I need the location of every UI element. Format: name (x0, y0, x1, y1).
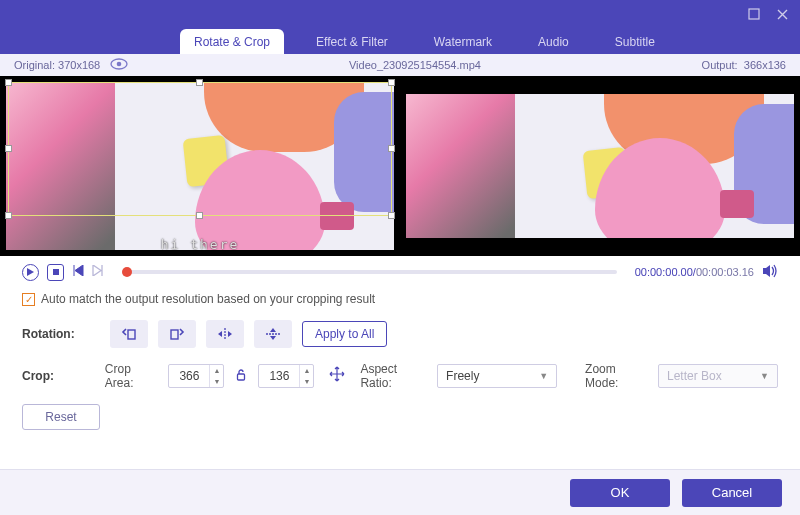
tab-audio[interactable]: Audio (524, 29, 583, 54)
aspect-ratio-label: Aspect Ratio: (360, 362, 427, 390)
original-value: 370x168 (58, 59, 100, 71)
crop-position-icon[interactable] (324, 365, 350, 387)
aspect-ratio-select[interactable]: Freely ▼ (437, 364, 557, 388)
chevron-down-icon: ▼ (760, 371, 769, 381)
auto-match-row: ✓ Auto match the output resolution based… (22, 292, 778, 306)
player-bar: 00:00:00.00/00:00:03.16 (0, 256, 800, 288)
svg-rect-5 (171, 330, 178, 339)
filename: Video_230925154554.mp4 (349, 59, 481, 71)
crop-width-field[interactable]: ▲▼ (168, 364, 224, 388)
settings-panel: ✓ Auto match the output resolution based… (0, 288, 800, 430)
apply-to-all-button[interactable]: Apply to All (302, 321, 387, 347)
crop-height-up[interactable]: ▲ (300, 365, 313, 376)
reset-button[interactable]: Reset (22, 404, 100, 430)
preview-output (400, 76, 800, 256)
rotate-left-button[interactable] (110, 320, 148, 348)
output-label: Output: (702, 59, 738, 71)
crop-label: Crop: (22, 369, 95, 383)
rotate-right-button[interactable] (158, 320, 196, 348)
svg-rect-4 (128, 330, 135, 339)
svg-point-2 (117, 62, 122, 67)
crop-width-up[interactable]: ▲ (210, 365, 223, 376)
preview-area: hi there (0, 76, 800, 256)
output-value: 366x136 (744, 59, 786, 71)
crop-height-down[interactable]: ▼ (300, 376, 313, 387)
auto-match-label: Auto match the output resolution based o… (41, 292, 375, 306)
zoom-mode-select: Letter Box ▼ (658, 364, 778, 388)
tab-watermark[interactable]: Watermark (420, 29, 506, 54)
ok-button[interactable]: OK (570, 479, 670, 507)
time-total: 00:00:03.16 (696, 266, 754, 278)
rotation-label: Rotation: (22, 327, 100, 341)
volume-icon[interactable] (762, 264, 778, 281)
preview-original[interactable]: hi there (0, 76, 400, 256)
minimize-button[interactable] (742, 4, 766, 24)
svg-rect-3 (53, 269, 59, 275)
svg-rect-0 (749, 9, 759, 19)
next-frame-button[interactable] (92, 265, 104, 279)
flip-vertical-button[interactable] (254, 320, 292, 348)
svg-rect-6 (238, 374, 245, 380)
preview-eye-icon[interactable] (110, 57, 128, 73)
crop-height-field[interactable]: ▲▼ (258, 364, 314, 388)
close-button[interactable] (770, 4, 794, 24)
crop-area-label: Crop Area: (105, 362, 159, 390)
crop-row: Crop: Crop Area: ▲▼ ▲▼ Aspect Ratio: Fre… (22, 362, 778, 390)
time-display: 00:00:00.00/00:00:03.16 (635, 266, 754, 278)
crop-width-down[interactable]: ▼ (210, 376, 223, 387)
time-current: 00:00:00.00 (635, 266, 693, 278)
chevron-down-icon: ▼ (539, 371, 548, 381)
lock-aspect-icon[interactable] (234, 369, 248, 384)
seek-thumb[interactable] (122, 267, 132, 277)
crop-width-input[interactable] (169, 369, 209, 383)
tab-subtitle[interactable]: Subtitle (601, 29, 669, 54)
cancel-button[interactable]: Cancel (682, 479, 782, 507)
flip-horizontal-button[interactable] (206, 320, 244, 348)
title-bar (0, 0, 800, 28)
video-caption: hi there (161, 237, 240, 252)
original-label: Original: (14, 59, 55, 71)
aspect-ratio-value: Freely (446, 369, 479, 383)
zoom-mode-value: Letter Box (667, 369, 722, 383)
tab-effect-filter[interactable]: Effect & Filter (302, 29, 402, 54)
stop-button[interactable] (47, 264, 64, 281)
prev-frame-button[interactable] (72, 265, 84, 279)
dialog-footer: OK Cancel (0, 469, 800, 515)
auto-match-checkbox[interactable]: ✓ (22, 293, 35, 306)
crop-height-input[interactable] (259, 369, 299, 383)
reset-row: Reset (22, 404, 778, 430)
rotation-row: Rotation: Apply to All (22, 320, 778, 348)
play-button[interactable] (22, 264, 39, 281)
status-bar: Original: 370x168 Video_230925154554.mp4… (0, 54, 800, 76)
seek-slider[interactable] (122, 270, 617, 274)
tab-bar: Rotate & Crop Effect & Filter Watermark … (0, 28, 800, 54)
tab-rotate-crop[interactable]: Rotate & Crop (180, 29, 284, 54)
zoom-mode-label: Zoom Mode: (585, 362, 648, 390)
